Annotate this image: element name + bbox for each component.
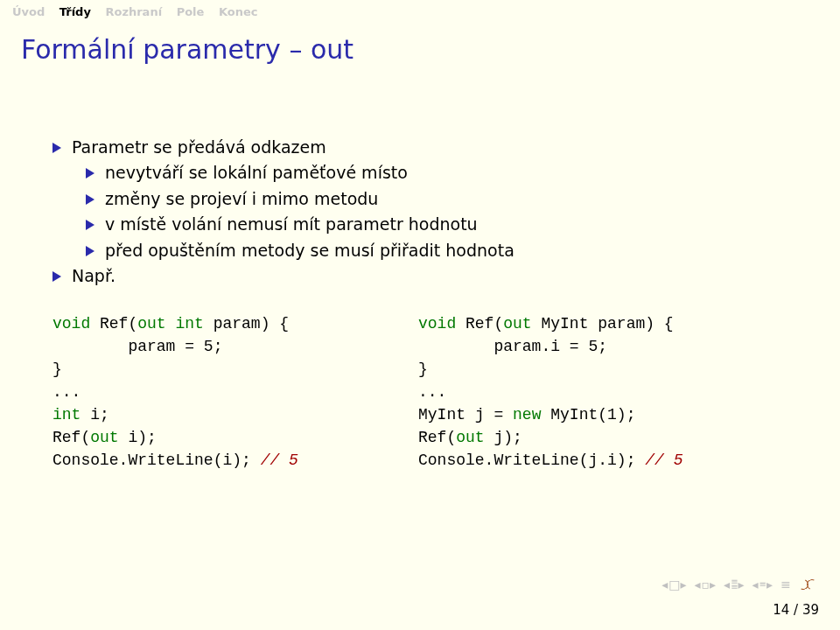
code-text: Console.WriteLine(i); (52, 452, 261, 469)
bullet-icon (86, 168, 94, 178)
code-columns: void Ref(out int param) { param = 5; } .… (52, 312, 788, 472)
bullet-text: Např. (72, 263, 116, 289)
nav-item-uvod[interactable]: Úvod (12, 5, 45, 18)
chevron-left-icon: ◂ (695, 578, 701, 592)
bullet-icon (52, 271, 61, 282)
code-right: void Ref(out MyInt param) { param.i = 5;… (418, 312, 788, 472)
code-keyword: new (513, 406, 541, 424)
nav-item-konec[interactable]: Konec (219, 5, 258, 18)
bullet-level1: Např. (52, 263, 788, 289)
bullet-icon (86, 246, 94, 256)
nav-subsection-prev-next[interactable]: ◂ ≡ ▸ (752, 578, 774, 592)
nav-item-pole[interactable]: Pole (177, 5, 205, 18)
nav-slide-prev-next[interactable]: ◂ □ ▸ (662, 578, 687, 592)
bullet-text: nevytváří se lokální paměťové místo (105, 160, 408, 186)
code-keyword: void (52, 315, 90, 332)
code-text: param = 5; (52, 338, 222, 355)
subsection-lines-icon: ≡ (760, 582, 766, 587)
page-current: 14 (773, 602, 789, 618)
slide-box-icon: □ (668, 578, 680, 592)
bullet-text: před opuštěním metody se musí přiřadit h… (105, 238, 514, 263)
code-keyword: out int (137, 315, 204, 332)
bullet-text: v místě volání nemusí mít parametr hodno… (105, 212, 478, 237)
bullet-level2: změny se projeví i mimo metodu (52, 186, 788, 212)
nav-item-tridy[interactable]: Třídy (60, 5, 91, 18)
code-comment: // 5 (261, 452, 298, 469)
section-lines-icon: ≡≡ (731, 579, 738, 590)
beamer-nav-bar: ◂ □ ▸ ◂ ▫ ▸ ◂ ≡≡ ▸ ◂ ≡ ▸ ≣ (662, 577, 819, 592)
bullet-icon (86, 194, 94, 205)
chevron-right-icon: ▸ (738, 578, 745, 592)
code-keyword: void (418, 315, 456, 332)
page-sep: / (789, 602, 802, 618)
code-keyword: out (456, 429, 484, 446)
code-text: MyInt j = (418, 406, 513, 424)
chevron-right-icon: ▸ (710, 578, 716, 592)
bullet-icon (86, 220, 94, 230)
chevron-right-icon: ▸ (766, 578, 773, 592)
code-text: MyInt(1); (541, 406, 635, 424)
code-text: } (418, 360, 428, 378)
bullet-icon (52, 143, 61, 153)
bullet-level1: Parametr se předává odkazem (52, 135, 788, 160)
nav-back-forward-icon[interactable] (798, 578, 819, 592)
page-number: 14 / 39 (773, 602, 819, 618)
bullet-level2: nevytváří se lokální paměťové místo (52, 160, 788, 186)
slide-content: Parametr se předává odkazem nevytváří se… (0, 72, 840, 472)
code-left: void Ref(out int param) { param = 5; } .… (52, 312, 422, 472)
nav-item-rozhrani[interactable]: Rozhraní (105, 5, 162, 18)
code-text: Console.WriteLine(j.i); (418, 452, 645, 469)
code-text: ... (52, 383, 80, 401)
code-text: Ref( (52, 429, 90, 446)
bullet-level2: v místě volání nemusí mít parametr hodno… (52, 212, 788, 237)
slide-title: Formální parametry – out (0, 22, 840, 72)
bullet-text: změny se projeví i mimo metodu (105, 186, 378, 212)
code-text: } (52, 360, 62, 378)
code-comment: // 5 (645, 452, 682, 469)
code-keyword: out (503, 315, 531, 332)
code-keyword: out (90, 429, 118, 446)
chevron-left-icon: ◂ (752, 578, 759, 592)
page-total: 39 (802, 602, 819, 618)
code-text: param) { (204, 315, 289, 332)
code-text: MyInt param) { (532, 315, 674, 332)
code-text: Ref( (90, 315, 137, 332)
chevron-left-icon: ◂ (724, 578, 730, 592)
code-text: j); (485, 429, 522, 446)
code-text: Ref( (456, 315, 503, 332)
nav-frame-prev-next[interactable]: ◂ ▫ ▸ (695, 578, 718, 592)
nav-section-prev-next[interactable]: ◂ ≡≡ ▸ (724, 578, 745, 592)
code-keyword: int (52, 406, 80, 424)
chevron-left-icon: ◂ (662, 578, 668, 592)
code-text: Ref( (418, 429, 456, 446)
code-text: i; (80, 406, 108, 424)
nav-appendix-icon[interactable]: ≣ (780, 577, 791, 592)
section-navbar: Úvod Třídy Rozhraní Pole Konec (0, 0, 840, 22)
frame-box-icon: ▫ (702, 578, 710, 592)
code-text: param.i = 5; (418, 338, 607, 355)
bullet-level2: před opuštěním metody se musí přiřadit h… (52, 238, 788, 263)
code-text: i); (119, 429, 157, 446)
code-text: ... (418, 383, 446, 401)
bullet-text: Parametr se předává odkazem (72, 135, 326, 160)
chevron-right-icon: ▸ (681, 578, 687, 592)
